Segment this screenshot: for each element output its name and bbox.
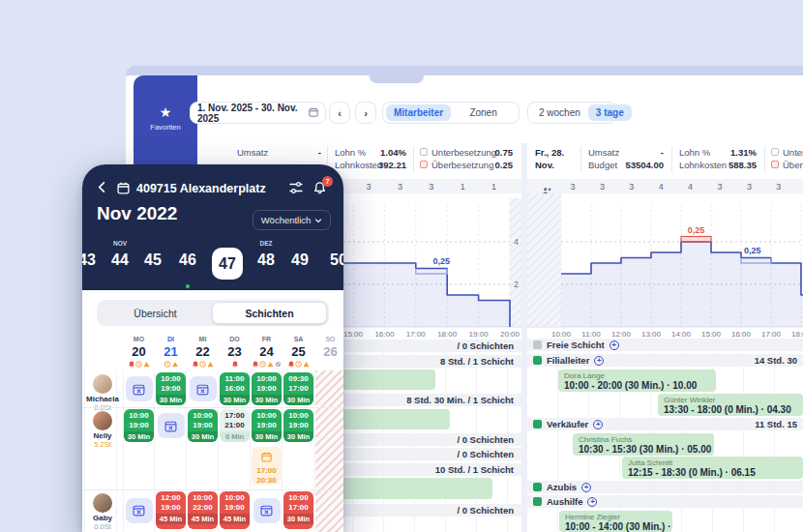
svg-text:0,25: 0,25 [688, 225, 705, 235]
shift-cell[interactable]: 10:0019:0030 Min [252, 372, 282, 405]
divider [580, 146, 581, 173]
shift-cell[interactable]: 10:0019:0045 Min [220, 491, 250, 529]
chevron-down-icon [314, 217, 322, 224]
group-header-row[interactable]: Azubis+ [527, 481, 803, 493]
shift-cell[interactable]: 10:0019:0030 Min [252, 409, 282, 442]
week-number[interactable]: 46 [179, 251, 196, 269]
add-shift-button[interactable]: + [610, 340, 619, 350]
shift-end: 19:00 [252, 421, 282, 430]
shift-start: 10:00 [188, 493, 218, 503]
understaffing-checkbox-right[interactable] [771, 148, 779, 156]
shift-cell[interactable]: 10:0019:0030 Min [188, 409, 218, 442]
period-selector[interactable]: Wöchentlich [253, 210, 331, 230]
phone-app: 409715 Alexanderplatz 7 Nov 2022 Wöchent… [82, 164, 343, 532]
view-tabs: ÜbersichtSchichten [97, 300, 329, 326]
shift-cell[interactable]: 10:0019:0030 Min [124, 409, 154, 442]
month-title: Nov 2022 [97, 203, 177, 224]
absence-cell[interactable] [124, 372, 154, 405]
svg-text:0,25: 0,25 [433, 256, 451, 266]
day-name[interactable]: MI [199, 336, 207, 342]
week-number[interactable]: 45 [144, 251, 162, 269]
clock-icon [295, 361, 302, 368]
day-name[interactable]: MO [134, 336, 144, 342]
group-header-row[interactable]: Filialleiter+14 Std. 30 [527, 354, 803, 367]
employee-name: Nelly [82, 431, 123, 440]
shift-chip[interactable]: Dora Lange10:00 - 20:00 (30 Min.) · 10.0… [558, 369, 716, 392]
tab-schichten[interactable]: Schichten [212, 302, 327, 324]
back-button[interactable] [95, 180, 109, 198]
tab-übersicht[interactable]: Übersicht [99, 302, 212, 324]
understaffing-value: 0.75 [445, 147, 513, 158]
day-name[interactable]: FR [262, 336, 271, 342]
week-number[interactable]: 43 [82, 251, 96, 269]
day-number[interactable]: 20 [132, 344, 145, 359]
week-number-selected[interactable]: 47 [212, 248, 243, 280]
filter-sliders-icon[interactable] [289, 181, 303, 198]
shift-cell[interactable]: 10:0017:0030 Min [283, 491, 313, 529]
muted-icon [275, 361, 282, 368]
shift-end: 19:00 [188, 421, 218, 430]
shift-cell[interactable]: 10:0019:0030 Min [283, 409, 313, 442]
week-number[interactable]: 49 [291, 251, 309, 269]
shift-employee-name: Günter Winkler [664, 396, 797, 404]
shift-end: 17:00 [283, 503, 313, 513]
bell-icon [253, 361, 258, 368]
staff-count: 3 [398, 182, 402, 192]
shift-end: 19:00 [124, 421, 154, 430]
shift-cell[interactable]: 10:0019:0030 Min [156, 372, 186, 405]
day-number[interactable]: 24 [259, 344, 273, 359]
staff-count: 3 [717, 182, 722, 192]
day-number[interactable]: 26 [323, 344, 337, 359]
shift-cell[interactable]: 10:0022:0045 Min [188, 491, 218, 529]
group-header-row[interactable]: Verkäufer+11 Std. 15 [527, 418, 803, 430]
group-header-row[interactable]: Freie Schicht+ [527, 339, 803, 351]
day-name[interactable]: SA [294, 336, 304, 342]
day-number[interactable]: 22 [195, 344, 209, 359]
absence-cell[interactable] [252, 491, 282, 529]
shift-start: 12:00 [156, 493, 186, 503]
shift-request-chip[interactable]: 17:0020:30 [252, 447, 282, 485]
day-name[interactable]: DO [229, 336, 240, 342]
staff-count: 1 [461, 182, 465, 192]
week-number[interactable]: 50 [330, 251, 343, 269]
absence-cell[interactable] [124, 491, 154, 529]
day-name[interactable]: SO [325, 336, 335, 342]
shift-chip[interactable]: Günter Winkler13:30 - 18:00 (0 Min.) · 0… [658, 394, 803, 416]
group-header-row[interactable]: Aushilfe+ [527, 495, 803, 508]
clock-icon [164, 361, 170, 368]
request-time: 17:00 [252, 466, 282, 476]
staff-count: 1 [491, 182, 496, 192]
shift-chip[interactable]: Jutta Schmitt12:15 - 18:30 (0 Min.) · 06… [622, 457, 803, 479]
svg-text:4: 4 [514, 237, 519, 247]
calendar-x-icon [253, 498, 281, 523]
shift-time-detail: 13:30 - 18:00 (0 Min.) · 04.30 [664, 404, 797, 415]
clock-icon [259, 361, 266, 368]
add-shift-button[interactable]: + [594, 356, 604, 366]
absence-cell[interactable] [156, 409, 186, 442]
overstaffing-checkbox[interactable] [420, 161, 428, 168]
week-number[interactable]: 44 [111, 251, 129, 269]
day-number[interactable]: 23 [227, 344, 241, 359]
absence-cell[interactable] [188, 372, 218, 405]
add-shift-button[interactable]: + [587, 497, 597, 507]
shift-chip[interactable]: Hermine Ziegler10:00 - 14:00 (30 Min.) ·… [559, 511, 672, 532]
understaffing-checkbox[interactable] [420, 148, 428, 156]
overstaffing-checkbox-right[interactable] [771, 161, 779, 168]
day-number[interactable]: 21 [164, 344, 177, 359]
clock-icon [135, 361, 142, 368]
name-column-divider [123, 370, 124, 532]
group-label: Azubis [547, 482, 577, 492]
add-shift-button[interactable]: + [593, 420, 603, 429]
shift-cell[interactable]: 11:0016:0030 Min [220, 372, 250, 405]
day-name[interactable]: DI [167, 336, 174, 342]
shift-chip[interactable]: Christina Fuchs10:30 - 15:30 (30 Min.) ·… [573, 433, 714, 456]
week-number[interactable]: 48 [257, 251, 275, 269]
shift-cell[interactable]: 12:0019:0045 Min [156, 491, 186, 529]
shift-cell[interactable]: 17:0021:000 Min [220, 409, 250, 442]
shift-end: 16:00 [220, 384, 250, 394]
add-shift-button[interactable]: + [581, 483, 591, 492]
calendar-icon[interactable] [117, 181, 130, 198]
coverage-chart: 0,250,25 [527, 193, 803, 340]
shift-cell[interactable]: 09:3017:0030 Min [283, 372, 313, 405]
day-number[interactable]: 25 [291, 344, 305, 359]
